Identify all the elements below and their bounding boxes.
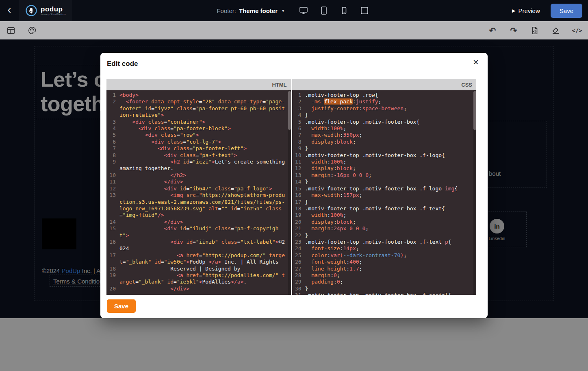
- mobile-device-button[interactable]: [337, 4, 351, 17]
- code-line[interactable]: 31.motiv-footer-top .motiv-footer-box .f…: [292, 292, 477, 295]
- code-line[interactable]: 21 margin:24px 0 0 0;: [292, 225, 477, 232]
- code-text[interactable]: <a href="https://podup.com/" target="_bl…: [119, 252, 291, 266]
- import-code-button[interactable]: [529, 25, 540, 36]
- code-line[interactable]: 5 <div class="row">: [106, 132, 291, 138]
- code-text[interactable]: <div id="iinzb" class="txt-label">©2024: [119, 239, 291, 252]
- footer-theme-select[interactable]: Footer: Theme footer ▾: [217, 7, 284, 14]
- code-line[interactable]: 2 -ms-flex-pack:justify;: [292, 98, 477, 105]
- modal-save-button[interactable]: Save: [107, 299, 136, 313]
- code-text[interactable]: }: [305, 232, 477, 239]
- code-text[interactable]: .motiv-footer-top .row{: [305, 92, 477, 98]
- code-text[interactable]: <div class="pa-footer-left">: [119, 145, 291, 152]
- preview-button[interactable]: ▶ Preview: [512, 7, 540, 14]
- code-line[interactable]: 3 <div class="container">: [106, 119, 291, 125]
- code-line[interactable]: 20 </div>: [106, 286, 291, 292]
- code-line[interactable]: 2 <footer data-cmpt-style="28" data-cmpt…: [106, 98, 291, 118]
- code-text[interactable]: </div>: [119, 286, 291, 292]
- code-line[interactable]: 17}: [292, 199, 477, 205]
- code-text[interactable]: width:100%;: [305, 125, 477, 132]
- code-text[interactable]: </div>: [119, 179, 291, 185]
- tablet-device-button[interactable]: [317, 4, 331, 17]
- code-line[interactable]: 7 max-width:350px;: [292, 132, 477, 138]
- code-line[interactable]: 30}: [292, 286, 477, 292]
- code-line[interactable]: 15.motiv-footer-top .motiv-footer-box .f…: [292, 186, 477, 192]
- code-text[interactable]: justify-content:space-between;: [305, 105, 477, 112]
- scrollbar-thumb[interactable]: [473, 91, 476, 130]
- code-line[interactable]: 5.motiv-footer-top .motiv-footer-box{: [292, 119, 477, 125]
- code-line[interactable]: 8 <div class="pa-f-text">: [106, 152, 291, 159]
- code-text[interactable]: </div>: [119, 219, 291, 225]
- code-line[interactable]: 18.motiv-footer-top .motiv-footer-box .f…: [292, 205, 477, 212]
- code-line[interactable]: 20 display:block;: [292, 219, 477, 225]
- code-line[interactable]: 10.motiv-footer-top .motiv-footer-box .f…: [292, 152, 477, 159]
- code-line[interactable]: 17 <a href="https://podup.com/" target="…: [106, 252, 291, 266]
- code-text[interactable]: <body>: [119, 92, 291, 98]
- code-text[interactable]: .motiv-footer-top .motiv-footer-box{: [305, 119, 477, 125]
- code-line[interactable]: 28 margin:0;: [292, 272, 477, 279]
- code-line[interactable]: 13 margin:-16px 0 0 0;: [292, 172, 477, 179]
- code-text[interactable]: font-weight:400;: [305, 259, 477, 265]
- code-line[interactable]: 27 line-height:1.7;: [292, 266, 477, 272]
- code-text[interactable]: <img src="https://showplatform-productio…: [119, 192, 291, 219]
- topbar-save-button[interactable]: Save: [551, 4, 582, 18]
- code-line[interactable]: 25 color:var(--dark-contrast-70);: [292, 252, 477, 259]
- code-line[interactable]: 12 <div id="ib647" class="pa-f-logo">: [106, 186, 291, 192]
- close-icon[interactable]: ×: [470, 56, 482, 68]
- code-line[interactable]: 3 justify-content:space-between;: [292, 105, 477, 112]
- code-text[interactable]: Reserved | Designed by: [119, 266, 291, 272]
- code-text[interactable]: <div id="ib647" class="pa-f-logo">: [119, 186, 291, 192]
- code-line[interactable]: 24 font-size:14px;: [292, 245, 477, 252]
- code-line[interactable]: 19 <a href="https://podallies.com/" targ…: [106, 272, 291, 286]
- code-text[interactable]: margin:-16px 0 0 0;: [305, 172, 477, 179]
- code-text[interactable]: </h2>: [119, 172, 291, 179]
- code-text[interactable]: <h2 id="iczi">Let's create something ama…: [119, 159, 291, 172]
- code-text[interactable]: <a href="https://podallies.com/" target=…: [119, 272, 291, 286]
- code-text[interactable]: <div class="row">: [119, 132, 291, 138]
- code-text[interactable]: }: [305, 179, 477, 185]
- code-line[interactable]: 9 <h2 id="iczi">Let's create something a…: [106, 159, 291, 172]
- code-text[interactable]: -ms-flex-pack:justify;: [305, 98, 477, 105]
- code-text[interactable]: width:100%;: [305, 159, 477, 165]
- code-text[interactable]: max-width:350px;: [305, 132, 477, 138]
- code-text[interactable]: }: [305, 199, 477, 205]
- code-text[interactable]: .motiv-footer-top .motiv-footer-box .f-l…: [305, 186, 477, 192]
- code-text[interactable]: <div id="iludj" class="pa-f-copyright">: [119, 225, 291, 239]
- view-code-button[interactable]: </>: [572, 25, 582, 36]
- code-line[interactable]: 12 display:block;: [292, 165, 477, 172]
- undo-button[interactable]: ↶: [487, 25, 498, 36]
- code-line[interactable]: 10 </h2>: [106, 172, 291, 179]
- code-text[interactable]: .motiv-footer-top .motiv-footer-box .f-t…: [305, 205, 477, 212]
- code-text[interactable]: <div class="col-lg-7">: [119, 139, 291, 145]
- code-text[interactable]: display:block;: [305, 139, 477, 145]
- redo-button[interactable]: ↷: [508, 25, 519, 36]
- code-text[interactable]: .motiv-footer-top .motiv-footer-box .f-s…: [305, 292, 477, 295]
- desktop-device-button[interactable]: [297, 4, 310, 17]
- code-line[interactable]: 26 font-weight:400;: [292, 259, 477, 265]
- code-text[interactable]: color:var(--dark-contrast-70);: [305, 252, 477, 259]
- scrollbar-thumb[interactable]: [288, 91, 291, 130]
- code-text[interactable]: width:100%;: [305, 212, 477, 218]
- code-line[interactable]: 6 <div class="col-lg-7">: [106, 139, 291, 145]
- code-line[interactable]: 1.motiv-footer-top .row{: [292, 92, 477, 98]
- style-manager-button[interactable]: [27, 25, 37, 36]
- code-line[interactable]: 14 </div>: [106, 219, 291, 225]
- code-text[interactable]: }: [305, 286, 477, 292]
- app-logo[interactable]: podup formerly ShowPlatform: [19, 0, 72, 21]
- code-line[interactable]: 8 display:block;: [292, 139, 477, 145]
- code-text[interactable]: <div class="pa-footer-block">: [119, 125, 291, 132]
- code-line[interactable]: 11 </div>: [106, 179, 291, 185]
- code-line[interactable]: 13 <img src="https://showplatform-produc…: [106, 192, 291, 219]
- code-line[interactable]: 18 Reserved | Designed by: [106, 266, 291, 272]
- code-line[interactable]: 22}: [292, 232, 477, 239]
- code-text[interactable]: <div class="pa-f-text">: [119, 152, 291, 159]
- html-code-editor[interactable]: 1<body>2 <footer data-cmpt-style="28" da…: [106, 90, 291, 295]
- html-editor-scrollbar[interactable]: [288, 90, 291, 295]
- code-line[interactable]: 6 width:100%;: [292, 125, 477, 132]
- layout-panels-button[interactable]: [6, 25, 16, 36]
- code-line[interactable]: 15 <div id="iludj" class="pa-f-copyright…: [106, 225, 291, 239]
- code-text[interactable]: <div class="container">: [119, 119, 291, 125]
- code-line[interactable]: 4 <div class="pa-footer-block">: [106, 125, 291, 132]
- code-text[interactable]: }: [305, 145, 477, 152]
- code-text[interactable]: display:block;: [305, 165, 477, 172]
- code-text[interactable]: .motiv-footer-top .motiv-footer-box .f-l…: [305, 152, 477, 159]
